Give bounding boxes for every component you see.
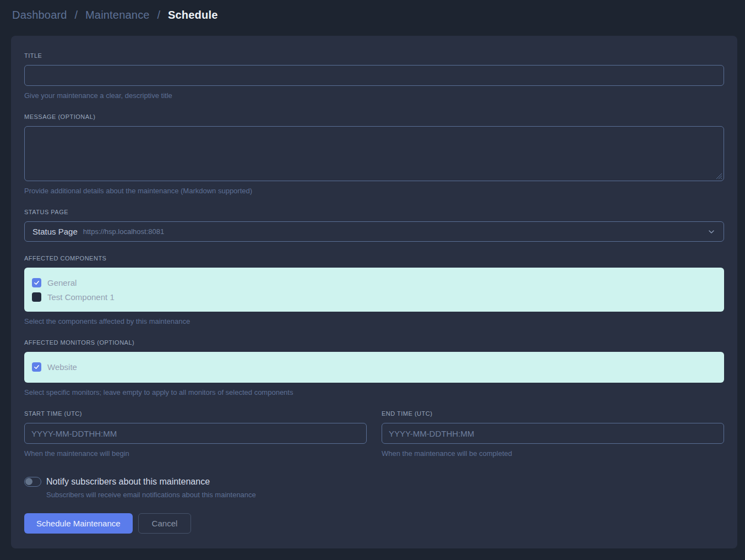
status-page-select[interactable]: Status Page https://hsp.localhost:8081 xyxy=(24,221,724,242)
checkbox-label: General xyxy=(47,278,77,287)
monitors-group: AFFECTED MONITORS (OPTIONAL) Website Sel… xyxy=(24,339,724,397)
monitors-helper: Select specific monitors; leave empty to… xyxy=(24,388,724,397)
title-group: TITLE Give your maintenance a clear, des… xyxy=(24,52,724,100)
status-page-group: STATUS PAGE Status Page https://hsp.loca… xyxy=(24,209,724,242)
checkbox[interactable] xyxy=(32,278,41,287)
status-page-label: STATUS PAGE xyxy=(24,209,724,216)
cancel-button[interactable]: Cancel xyxy=(138,513,192,534)
checkbox-label: Website xyxy=(47,362,77,372)
components-list: General Test Component 1 xyxy=(24,268,724,312)
monitors-list: Website xyxy=(24,352,724,383)
toggle-knob xyxy=(25,478,32,485)
form-actions: Schedule Maintenance Cancel xyxy=(24,513,724,534)
breadcrumb-maintenance[interactable]: Maintenance xyxy=(85,9,150,21)
status-page-selected-url: https://hsp.localhost:8081 xyxy=(83,227,164,236)
notify-block: Notify subscribers about this maintenanc… xyxy=(24,477,724,499)
checkbox[interactable] xyxy=(32,362,41,372)
checkbox-option-row[interactable]: Test Component 1 xyxy=(32,290,716,304)
breadcrumb-dashboard[interactable]: Dashboard xyxy=(12,9,67,21)
checkbox-option-row[interactable]: General xyxy=(32,275,716,290)
breadcrumb-current-schedule: Schedule xyxy=(168,9,218,21)
start-time-group: START TIME (UTC) When the maintenance wi… xyxy=(24,410,367,458)
check-icon xyxy=(34,364,40,370)
message-textarea[interactable] xyxy=(24,126,724,181)
checkbox-label: Test Component 1 xyxy=(47,292,115,302)
title-label: TITLE xyxy=(24,52,724,59)
check-icon xyxy=(34,280,40,286)
chevron-down-icon xyxy=(707,227,716,236)
components-label: AFFECTED COMPONENTS xyxy=(24,255,724,262)
message-label: MESSAGE (OPTIONAL) xyxy=(24,113,724,121)
start-time-helper: When the maintenance will begin xyxy=(24,449,367,458)
start-time-label: START TIME (UTC) xyxy=(24,410,367,417)
end-time-group: END TIME (UTC) When the maintenance will… xyxy=(382,410,724,458)
end-time-helper: When the maintenance will be completed xyxy=(382,449,724,458)
time-row: START TIME (UTC) When the maintenance wi… xyxy=(24,410,724,458)
checkbox-option-row[interactable]: Website xyxy=(32,360,716,374)
status-page-selected-name: Status Page xyxy=(32,227,78,236)
components-group: AFFECTED COMPONENTS General Test Compone… xyxy=(24,255,724,326)
notify-helper: Subscribers will receive email notificat… xyxy=(46,491,724,499)
notify-label: Notify subscribers about this maintenanc… xyxy=(46,477,210,487)
schedule-maintenance-button[interactable]: Schedule Maintenance xyxy=(24,513,133,534)
breadcrumb-separator: / xyxy=(74,9,78,21)
components-helper: Select the components affected by this m… xyxy=(24,317,724,326)
schedule-maintenance-form-card: TITLE Give your maintenance a clear, des… xyxy=(11,36,737,548)
end-time-input[interactable] xyxy=(382,423,724,444)
notify-subscribers-toggle[interactable] xyxy=(24,477,41,487)
monitors-label: AFFECTED MONITORS (OPTIONAL) xyxy=(24,339,724,346)
message-group: MESSAGE (OPTIONAL) Provide additional de… xyxy=(24,113,724,195)
topbar: Dashboard / Maintenance / Schedule xyxy=(0,0,745,36)
title-helper: Give your maintenance a clear, descripti… xyxy=(24,91,724,100)
message-helper: Provide additional details about the mai… xyxy=(24,187,724,195)
breadcrumb-separator: / xyxy=(157,9,160,21)
textarea-resize-handle[interactable] xyxy=(716,173,722,180)
end-time-label: END TIME (UTC) xyxy=(382,410,724,417)
start-time-input[interactable] xyxy=(24,423,367,444)
title-input[interactable] xyxy=(24,65,724,86)
checkbox[interactable] xyxy=(32,292,41,302)
breadcrumb: Dashboard / Maintenance / Schedule xyxy=(12,9,733,21)
